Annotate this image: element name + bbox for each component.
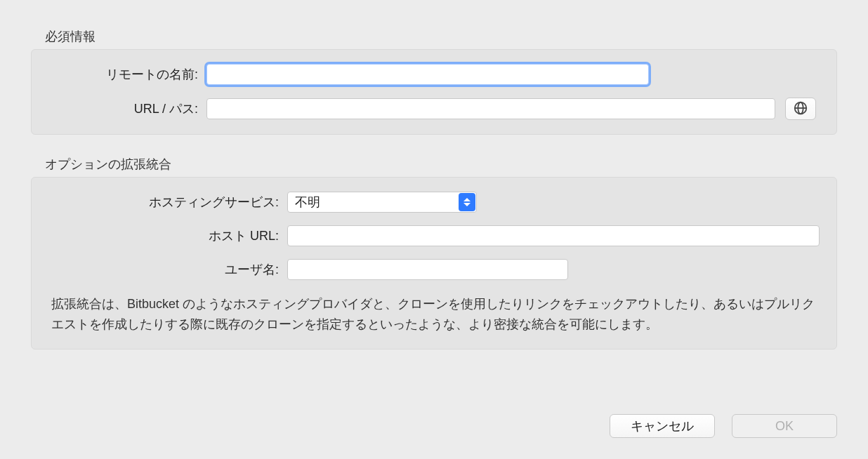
hosting-service-select[interactable]: 不明 bbox=[287, 192, 477, 213]
ok-button: OK bbox=[732, 414, 837, 438]
remote-name-input[interactable] bbox=[206, 64, 649, 85]
url-path-row: URL / パス: bbox=[48, 98, 820, 120]
dialog-content: 必須情報 リモートの名前: URL / パス: オプションの拡張統合 bbox=[0, 0, 868, 350]
url-path-label: URL / パス: bbox=[48, 100, 206, 117]
host-url-label: ホスト URL: bbox=[48, 227, 287, 244]
hosting-service-label: ホスティングサービス: bbox=[48, 194, 287, 211]
hosting-service-value: 不明 bbox=[295, 194, 320, 211]
host-url-row: ホスト URL: bbox=[48, 225, 820, 246]
hosting-service-row: ホスティングサービス: 不明 bbox=[48, 192, 820, 213]
username-input[interactable] bbox=[287, 259, 568, 280]
remote-name-row: リモートの名前: bbox=[48, 64, 820, 85]
required-panel: リモートの名前: URL / パス: bbox=[31, 49, 837, 135]
username-row: ユーザ名: bbox=[48, 259, 820, 280]
required-section-title: 必須情報 bbox=[45, 28, 837, 45]
cancel-button[interactable]: キャンセル bbox=[610, 414, 715, 438]
optional-panel: ホスティングサービス: 不明 ホスト URL: ユーザ名: 拡張統合は、Bitb… bbox=[31, 177, 837, 350]
optional-section-title: オプションの拡張統合 bbox=[45, 156, 837, 173]
remote-name-label: リモートの名前: bbox=[48, 66, 206, 83]
globe-icon bbox=[793, 100, 808, 118]
username-label: ユーザ名: bbox=[48, 261, 287, 278]
browse-remote-button[interactable] bbox=[785, 98, 816, 120]
url-path-input[interactable] bbox=[206, 98, 775, 119]
dialog-footer: キャンセル OK bbox=[610, 414, 837, 438]
host-url-input[interactable] bbox=[287, 225, 820, 246]
integration-description: 拡張統合は、Bitbucket のようなホスティングプロバイダと、クローンを使用… bbox=[48, 294, 820, 335]
